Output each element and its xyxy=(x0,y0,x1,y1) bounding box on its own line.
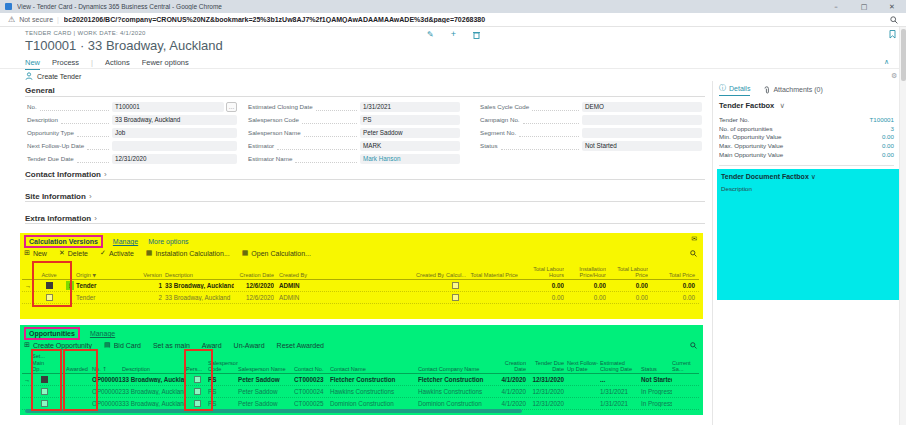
maximize-button[interactable]: □ xyxy=(850,3,878,11)
calc-instalation-action[interactable]: ▦Instalation Calculation... xyxy=(146,249,230,257)
col-version[interactable]: Version xyxy=(134,272,162,278)
calc-activate-action[interactable]: ✓Activate xyxy=(100,249,134,257)
field-salesperson-code-value[interactable]: PS xyxy=(360,115,460,125)
general-section-title[interactable]: General xyxy=(25,86,55,95)
tab-details[interactable]: ⓘ Details xyxy=(719,83,750,96)
col-next-follow-up-date[interactable]: Next Follow-Up Date xyxy=(564,360,600,373)
col-calculated[interactable]: Calcul... xyxy=(444,272,466,278)
field-no-value[interactable]: T100001 xyxy=(112,102,224,112)
col-contact-no[interactable]: Contact No. xyxy=(294,366,330,372)
set-main-checkbox[interactable] xyxy=(41,400,48,407)
col-total-labour-price[interactable]: Total Labour Price xyxy=(606,266,648,279)
bid-card-action[interactable]: ▤Bid Card xyxy=(104,341,141,349)
field-segment-no-value[interactable] xyxy=(582,128,702,138)
field-status-value[interactable]: Not Started xyxy=(582,141,702,151)
col-salesperson-name[interactable]: Salesperson Name xyxy=(238,366,294,372)
col-description[interactable]: Description xyxy=(162,272,234,278)
pers-checkbox[interactable] xyxy=(194,400,201,407)
active-checkbox[interactable] xyxy=(46,294,53,301)
section-site-information[interactable]: Site Information› xyxy=(25,192,92,201)
set-main-checkbox[interactable] xyxy=(41,376,48,383)
col-status[interactable]: Status xyxy=(638,366,672,372)
un-award-action[interactable]: Un-Award xyxy=(234,342,265,349)
calculated-checkbox[interactable] xyxy=(452,282,459,289)
opp-manage-menu[interactable]: Manage xyxy=(90,330,115,337)
section-extra-information[interactable]: Extra Information› xyxy=(25,214,97,223)
create-opportunity-action[interactable]: ⊞Create Opportunity xyxy=(24,341,92,349)
calc-part-title[interactable]: Calculation Versions xyxy=(24,235,103,248)
vertical-scrollbar[interactable] xyxy=(899,27,906,425)
menu-fewer-options[interactable]: Fewer options xyxy=(142,58,189,67)
edit-pencil-icon[interactable]: ✎ xyxy=(427,30,434,39)
field-est-closing-date-value[interactable]: 1/31/2021 xyxy=(360,102,460,112)
col-opp-description[interactable]: Description xyxy=(122,366,186,372)
fb-tender-no-value[interactable]: T100001 xyxy=(870,116,894,123)
col-contact-name[interactable]: Contact Name xyxy=(330,366,418,372)
tab-attachments[interactable]: Attachments (0) xyxy=(764,86,822,94)
bookmark-icon[interactable] xyxy=(889,30,896,39)
col-salesperson-code[interactable]: Salesperson Code xyxy=(208,360,238,373)
settings-icon[interactable]: ⚙ xyxy=(891,72,897,80)
field-estimator-name-value[interactable]: Mark Hanson xyxy=(360,154,460,164)
field-estimator-value[interactable]: MARK xyxy=(360,141,460,151)
fb-no-of-opportunities-value[interactable]: 3 xyxy=(891,125,894,132)
col-no[interactable]: No. ↑ xyxy=(92,366,122,372)
search-list-icon[interactable] xyxy=(690,342,697,349)
col-origin[interactable]: Origin ▼ xyxy=(76,272,134,278)
calc-new-action[interactable]: ⊞New xyxy=(24,249,47,257)
col-total-labour-hours[interactable]: Total Labour Hours xyxy=(518,266,564,279)
col-set-main-op[interactable]: Set... Main Op... xyxy=(32,353,56,372)
award-action[interactable]: Award xyxy=(202,342,222,349)
calc-open-calculation-action[interactable]: ▦Open Calculation... xyxy=(242,249,311,257)
field-description-value[interactable]: 33 Broadway, Auckland xyxy=(112,115,237,125)
opp-row-2[interactable]: OP000002 33 Broadway, Auckland PS Peter … xyxy=(22,386,699,398)
col-estimated-closing-date[interactable]: Estimated Closing Date xyxy=(600,360,638,373)
calculated-checkbox[interactable] xyxy=(452,294,459,301)
tender-document-factbox-title[interactable]: Tender Document Factbox ∨ xyxy=(721,173,816,181)
tender-factbox-title[interactable]: Tender Factbox ∨ xyxy=(719,101,785,110)
col-tender-due-date[interactable]: Tender Due Date xyxy=(526,360,564,373)
vertical-scrollbar-thumb[interactable] xyxy=(901,29,906,81)
search-list-icon[interactable] xyxy=(690,250,697,257)
url-text[interactable]: bc20201206/BC/?company=CRONUS%20NZ&bookm… xyxy=(64,16,884,23)
opp-part-title[interactable]: Opportunities xyxy=(24,327,80,340)
col-total-material-price[interactable]: Total Material Price xyxy=(466,272,518,278)
set-as-main-action[interactable]: Set as main xyxy=(153,342,190,349)
opp-row-1[interactable]: → ⋮ OP000001 33 Broadway, Auckland PS Pe… xyxy=(22,374,699,386)
field-sales-cycle-code-value[interactable]: DEMO xyxy=(582,102,702,112)
menu-actions[interactable]: Actions xyxy=(105,58,130,67)
section-contact-information[interactable]: Contact Information› xyxy=(25,170,107,179)
reset-awarded-action[interactable]: Reset Awarded xyxy=(277,342,324,349)
calc-row-1[interactable]: → ⋮ Tender 1 33 Broadway, Auckland 12/6/… xyxy=(22,280,699,292)
search-address-icon[interactable] xyxy=(890,16,898,24)
horizontal-scrollbar-thumb[interactable] xyxy=(25,409,522,413)
minimize-button[interactable]: – xyxy=(822,3,850,11)
col-creation-date[interactable]: Creation Date xyxy=(234,272,274,278)
col-pers[interactable]: Pers... xyxy=(186,366,208,372)
focus-mode-icon[interactable]: ✉ xyxy=(691,235,697,243)
col-active[interactable]: Active xyxy=(34,272,64,278)
calc-delete-action[interactable]: ✕Delete xyxy=(59,249,88,257)
create-tender-action[interactable]: Create Tender xyxy=(25,72,81,80)
assist-edit-button[interactable]: … xyxy=(226,102,237,112)
close-button[interactable]: ✕ xyxy=(878,3,906,11)
field-tender-due-date-value[interactable]: 12/31/2020 xyxy=(112,154,237,164)
menu-process[interactable]: Process xyxy=(52,58,79,67)
col-creation-date[interactable]: Creation Date xyxy=(492,360,526,373)
field-salesperson-name-value[interactable]: Peter Saddow xyxy=(360,128,460,138)
collapse-ribbon-icon[interactable]: ∧ xyxy=(884,58,889,66)
col-awarded[interactable]: Awarded xyxy=(66,366,92,372)
col-created-by-2[interactable]: Created By xyxy=(352,272,444,278)
field-campaign-no-value[interactable] xyxy=(582,115,702,125)
calc-more-options[interactable]: More options xyxy=(148,238,188,245)
field-opportunity-type-value[interactable]: Job xyxy=(112,128,237,138)
active-checkbox[interactable] xyxy=(46,282,53,289)
set-main-checkbox[interactable] xyxy=(41,388,48,395)
field-next-follow-up-value[interactable] xyxy=(112,141,237,151)
pers-checkbox[interactable] xyxy=(194,388,201,395)
col-current-sales-cycle[interactable]: Current Sa... xyxy=(672,360,699,373)
delete-record-icon[interactable] xyxy=(473,31,480,39)
new-record-icon[interactable]: + xyxy=(451,30,456,39)
col-contact-company-name[interactable]: Contact Company Name xyxy=(418,366,492,372)
calc-row-2[interactable]: Tender 2 33 Broadway, Auckland 12/6/2020… xyxy=(22,292,699,304)
